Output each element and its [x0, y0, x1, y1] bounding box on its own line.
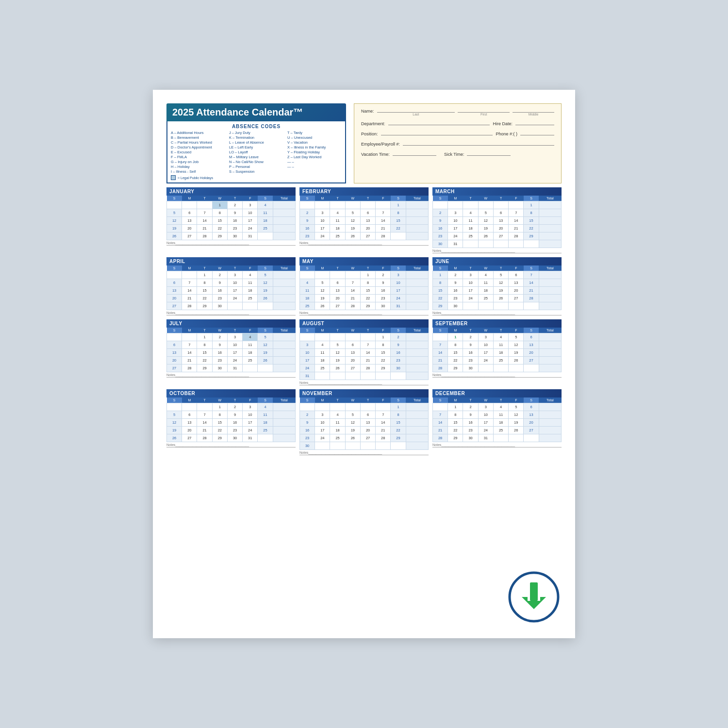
- calendar-day[interactable]: 3: [243, 403, 258, 411]
- calendar-day[interactable]: 20: [167, 295, 182, 302]
- calendar-day[interactable]: 26: [167, 232, 182, 240]
- calendar-day[interactable]: 22: [212, 427, 227, 434]
- calendar-day[interactable]: 15: [212, 419, 227, 427]
- calendar-day[interactable]: 16: [448, 287, 463, 295]
- calendar-day[interactable]: 12: [509, 341, 524, 349]
- calendar-day[interactable]: 28: [524, 295, 539, 302]
- month-notes[interactable]: Notes___________________________________…: [299, 381, 429, 385]
- month-notes[interactable]: Notes___________________________________…: [432, 311, 562, 315]
- calendar-day[interactable]: 25: [258, 225, 273, 232]
- calendar-day[interactable]: 15: [197, 287, 212, 295]
- calendar-day[interactable]: 7: [376, 209, 391, 217]
- calendar-day[interactable]: 29: [197, 302, 212, 310]
- calendar-day[interactable]: 26: [509, 357, 524, 364]
- calendar-day[interactable]: 1: [391, 403, 406, 411]
- calendar-day[interactable]: 2: [227, 201, 242, 209]
- position-field[interactable]: [381, 130, 493, 135]
- calendar-day[interactable]: 9: [212, 341, 227, 349]
- calendar-day[interactable]: 13: [493, 217, 508, 225]
- calendar-day[interactable]: 11: [243, 341, 258, 349]
- calendar-day[interactable]: 14: [376, 217, 391, 225]
- calendar-day[interactable]: 26: [330, 364, 345, 372]
- calendar-day[interactable]: 10: [463, 279, 478, 287]
- calendar-day[interactable]: 7: [182, 279, 197, 287]
- calendar-day[interactable]: 21: [345, 295, 360, 302]
- calendar-day[interactable]: 21: [376, 225, 391, 232]
- calendar-day[interactable]: 1: [391, 201, 406, 209]
- calendar-day[interactable]: 17: [227, 287, 242, 295]
- calendar-day[interactable]: 3: [243, 201, 258, 209]
- calendar-day[interactable]: 19: [167, 225, 182, 232]
- calendar-day[interactable]: 6: [182, 411, 197, 419]
- calendar-day[interactable]: 26: [493, 295, 508, 302]
- calendar-day[interactable]: 3: [463, 271, 478, 279]
- month-notes[interactable]: Notes___________________________________…: [432, 249, 562, 253]
- calendar-day[interactable]: 27: [524, 357, 539, 364]
- calendar-day[interactable]: 4: [493, 403, 508, 411]
- dept-field[interactable]: [388, 119, 490, 125]
- calendar-day[interactable]: 20: [360, 225, 375, 232]
- calendar-day[interactable]: 31: [478, 434, 493, 442]
- calendar-day[interactable]: 22: [524, 225, 539, 232]
- calendar-day[interactable]: 9: [300, 217, 315, 225]
- calendar-day[interactable]: 11: [330, 217, 345, 225]
- calendar-day[interactable]: 21: [197, 427, 212, 434]
- calendar-day[interactable]: 26: [345, 232, 360, 240]
- calendar-day[interactable]: 29: [360, 302, 375, 310]
- calendar-day[interactable]: 23: [300, 232, 315, 240]
- calendar-day[interactable]: 5: [509, 333, 524, 341]
- calendar-day[interactable]: 21: [360, 357, 375, 364]
- calendar-day[interactable]: 11: [258, 209, 273, 217]
- calendar-day[interactable]: 7: [509, 209, 524, 217]
- calendar-day[interactable]: 22: [448, 427, 463, 434]
- calendar-day[interactable]: 28: [360, 364, 375, 372]
- calendar-day[interactable]: 3: [315, 411, 330, 419]
- calendar-day[interactable]: 20: [524, 419, 539, 427]
- calendar-day[interactable]: 19: [509, 419, 524, 427]
- calendar-day[interactable]: 20: [493, 225, 508, 232]
- calendar-day[interactable]: 22: [212, 225, 227, 232]
- calendar-day[interactable]: 6: [493, 209, 508, 217]
- calendar-day[interactable]: 20: [360, 427, 375, 434]
- calendar-day[interactable]: 3: [227, 271, 242, 279]
- calendar-day[interactable]: 21: [509, 225, 524, 232]
- calendar-day[interactable]: 29: [448, 434, 463, 442]
- calendar-day[interactable]: 27: [360, 434, 375, 442]
- calendar-day[interactable]: 19: [345, 427, 360, 434]
- calendar-day[interactable]: 13: [167, 349, 182, 357]
- calendar-day[interactable]: 20: [509, 287, 524, 295]
- calendar-day[interactable]: 24: [315, 434, 330, 442]
- calendar-day[interactable]: 10: [300, 349, 315, 357]
- calendar-day[interactable]: 5: [167, 209, 182, 217]
- calendar-day[interactable]: 25: [258, 427, 273, 434]
- calendar-day[interactable]: 21: [524, 287, 539, 295]
- calendar-day[interactable]: 17: [391, 287, 406, 295]
- calendar-day[interactable]: 28: [197, 232, 212, 240]
- calendar-day[interactable]: 20: [182, 225, 197, 232]
- calendar-day[interactable]: 8: [360, 279, 375, 287]
- calendar-day[interactable]: 26: [478, 232, 493, 240]
- calendar-day[interactable]: 2: [463, 333, 478, 341]
- calendar-day[interactable]: 23: [376, 295, 391, 302]
- calendar-day[interactable]: 24: [448, 232, 463, 240]
- calendar-day[interactable]: 15: [212, 217, 227, 225]
- calendar-day[interactable]: 2: [300, 411, 315, 419]
- calendar-day[interactable]: 16: [212, 349, 227, 357]
- calendar-day[interactable]: 24: [227, 295, 242, 302]
- calendar-day[interactable]: 21: [433, 427, 448, 434]
- calendar-day[interactable]: 26: [345, 434, 360, 442]
- calendar-day[interactable]: 12: [493, 279, 508, 287]
- calendar-day[interactable]: 31: [227, 364, 242, 372]
- calendar-day[interactable]: 29: [433, 302, 448, 310]
- calendar-day[interactable]: 19: [493, 287, 508, 295]
- calendar-day[interactable]: 19: [258, 349, 273, 357]
- calendar-day[interactable]: 25: [330, 434, 345, 442]
- calendar-day[interactable]: 29: [212, 232, 227, 240]
- calendar-day[interactable]: 28: [182, 364, 197, 372]
- calendar-day[interactable]: 24: [463, 295, 478, 302]
- calendar-day[interactable]: 13: [509, 279, 524, 287]
- calendar-day[interactable]: 28: [197, 434, 212, 442]
- calendar-day[interactable]: 25: [493, 427, 508, 434]
- calendar-day[interactable]: 13: [182, 419, 197, 427]
- calendar-day[interactable]: 24: [227, 357, 242, 364]
